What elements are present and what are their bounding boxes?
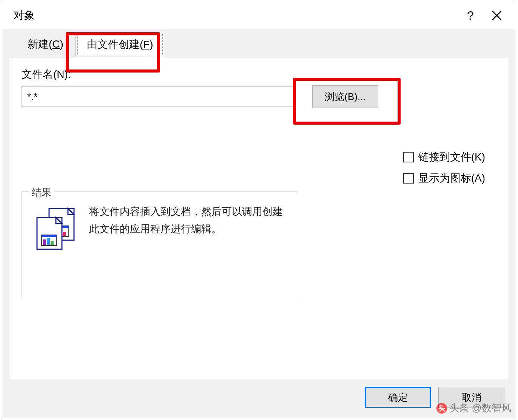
checkbox-display-as-icon[interactable]: 显示为图标(A) bbox=[403, 171, 485, 185]
browse-button[interactable]: 浏览(B)... bbox=[312, 85, 378, 108]
svg-rect-6 bbox=[63, 232, 66, 236]
filename-input[interactable] bbox=[22, 86, 293, 107]
tab-panel-create-from-file: 文件名(N): 浏览(B)... 链接到文件(K) 显示为图标(A) 结果 bbox=[10, 57, 508, 379]
result-groupbox: 结果 bbox=[22, 191, 297, 297]
tab-create-from-file[interactable]: 由文件创建(F) bbox=[75, 32, 165, 57]
filename-label: 文件名(N): bbox=[22, 67, 496, 82]
svg-rect-12 bbox=[47, 238, 50, 245]
help-button[interactable]: ? bbox=[457, 4, 484, 27]
result-legend: 结果 bbox=[29, 186, 54, 199]
close-icon bbox=[492, 11, 502, 20]
close-button[interactable] bbox=[484, 4, 510, 27]
object-dialog: 对象 ? 新建(C) 由文件创建(F) 文件名(N): 浏览(B)... bbox=[2, 2, 516, 418]
svg-rect-10 bbox=[42, 235, 57, 237]
checkbox-box-icon bbox=[403, 152, 414, 162]
options-area: 链接到文件(K) 显示为图标(A) bbox=[403, 150, 485, 185]
checkbox-label: 显示为图标(A) bbox=[418, 171, 485, 185]
dialog-button-bar: 确定 取消 bbox=[10, 379, 508, 410]
dialog-body: 新建(C) 由文件创建(F) 文件名(N): 浏览(B)... 链接到文件(K) bbox=[2, 29, 516, 418]
svg-rect-13 bbox=[51, 241, 54, 245]
checkbox-link-to-file[interactable]: 链接到文件(K) bbox=[403, 150, 485, 164]
filename-row: 浏览(B)... bbox=[22, 85, 496, 108]
dialog-title: 对象 bbox=[14, 8, 457, 23]
checkbox-label: 链接到文件(K) bbox=[418, 150, 485, 164]
ok-button[interactable]: 确定 bbox=[365, 387, 431, 408]
tab-label: 新建(C) bbox=[28, 38, 63, 50]
checkbox-box-icon bbox=[403, 173, 414, 184]
result-description: 将文件内容插入到文档，然后可以调用创建此文件的应用程序进行编辑。 bbox=[89, 203, 285, 252]
tab-strip: 新建(C) 由文件创建(F) bbox=[10, 29, 508, 57]
svg-rect-11 bbox=[43, 239, 46, 245]
cancel-button[interactable]: 取消 bbox=[438, 387, 504, 408]
embed-document-icon bbox=[33, 206, 79, 252]
result-body: 将文件内容插入到文档，然后可以调用创建此文件的应用程序进行编辑。 bbox=[22, 192, 297, 263]
tab-label: 由文件创建(F) bbox=[87, 39, 153, 50]
titlebar: 对象 ? bbox=[2, 2, 516, 29]
tab-create-new[interactable]: 新建(C) bbox=[16, 31, 75, 57]
